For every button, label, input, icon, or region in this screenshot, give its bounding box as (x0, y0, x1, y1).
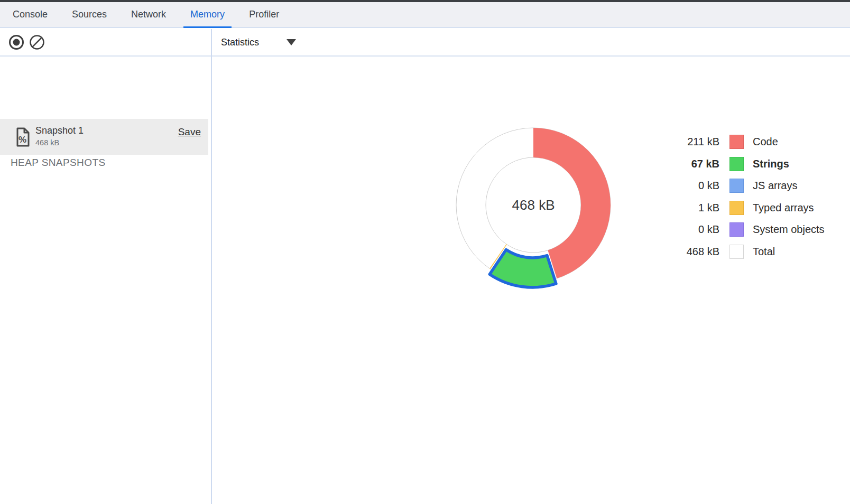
legend-label: Strings (753, 158, 789, 170)
legend-value: 0 kB (661, 223, 719, 236)
tab-memory[interactable]: Memory (183, 2, 232, 27)
tab-network[interactable]: Network (124, 2, 173, 27)
snapshot-texts: Snapshot 1 468 kB (35, 124, 84, 148)
legend-row-typed-arrays: 1 kBTyped arrays (661, 197, 825, 219)
legend-swatch-icon (729, 245, 744, 259)
heap-statistics-donut-chart: 468 kB (444, 115, 623, 295)
chevron-down-icon (287, 39, 296, 45)
legend-value: 0 kB (661, 180, 719, 192)
heap-snapshots-section-header: HEAP SNAPSHOTS (11, 157, 105, 169)
snapshot-list-item[interactable]: % Snapshot 1 468 kB Save (0, 119, 208, 155)
save-snapshot-link[interactable]: Save (178, 126, 201, 138)
legend-swatch-icon (729, 179, 744, 193)
profiles-toolbar (0, 29, 211, 55)
perspective-dropdown[interactable]: Statistics (221, 37, 296, 48)
record-heap-snapshot-button[interactable] (8, 34, 24, 50)
legend-swatch-icon (729, 135, 744, 149)
donut-center-label: 468 kB (512, 197, 555, 213)
tab-console[interactable]: Console (6, 2, 54, 27)
legend-label: JS arrays (753, 180, 797, 192)
legend-swatch-icon (729, 157, 744, 171)
legend-value: 211 kB (661, 136, 719, 148)
legend-row-total: 468 kBTotal (661, 241, 825, 263)
legend-row-code: 211 kBCode (661, 131, 825, 153)
legend-label: Typed arrays (753, 202, 814, 214)
legend-row-system-objects: 0 kBSystem objects (661, 219, 825, 241)
legend-label: System objects (753, 223, 825, 236)
legend-value: 67 kB (661, 158, 719, 170)
legend-row-js-arrays: 0 kBJS arrays (661, 175, 825, 197)
block-icon (29, 34, 45, 50)
donut-slice-strings[interactable] (489, 250, 556, 287)
memory-panel-toolbar: Statistics (0, 29, 850, 57)
legend-label: Code (753, 136, 778, 148)
clear-profiles-button[interactable] (29, 34, 45, 50)
legend-swatch-icon (729, 222, 744, 237)
profiles-sidebar: Profiles HEAP SNAPSHOTS % Snapshot 1 468… (0, 57, 211, 504)
legend-value: 468 kB (661, 246, 719, 258)
svg-text:%: % (19, 135, 26, 145)
tab-sources[interactable]: Sources (65, 2, 114, 27)
record-icon (8, 34, 24, 50)
snapshot-size: 468 kB (35, 137, 84, 148)
devtools-tab-bar: ConsoleSourcesNetworkMemoryProfiler (0, 2, 850, 28)
perspective-dropdown-value: Statistics (221, 37, 259, 48)
snapshot-title: Snapshot 1 (35, 124, 84, 137)
heap-snapshot-file-icon: % (16, 127, 30, 147)
chart-legend: 211 kBCode67 kBStrings0 kBJS arrays1 kBT… (661, 131, 825, 263)
legend-swatch-icon (729, 201, 744, 215)
tab-profiler[interactable]: Profiler (242, 2, 286, 27)
legend-row-strings: 67 kBStrings (661, 153, 825, 175)
legend-label: Total (753, 246, 775, 258)
statistics-view: 468 kB 211 kBCode67 kBStrings0 kBJS arra… (212, 57, 850, 504)
legend-value: 1 kB (661, 202, 719, 214)
view-toolbar: Statistics (212, 29, 850, 55)
